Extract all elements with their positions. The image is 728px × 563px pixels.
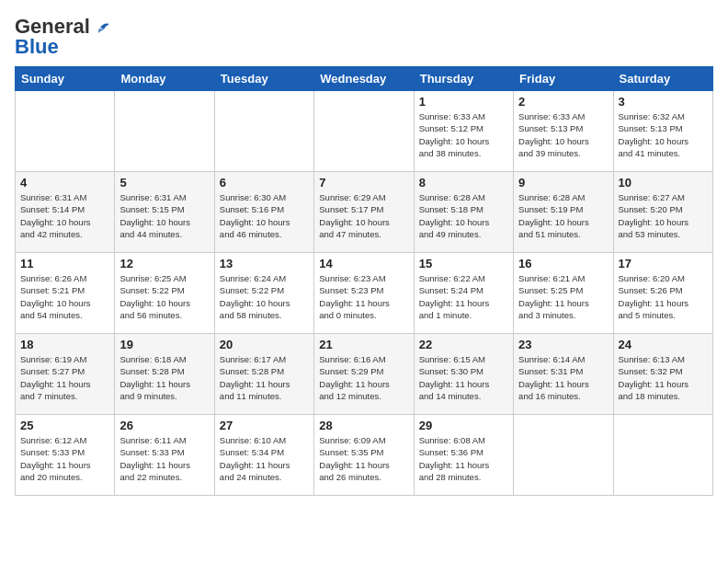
day-cell: 20Sunrise: 6:17 AM Sunset: 5:28 PM Dayli… bbox=[214, 334, 313, 415]
day-cell: 7Sunrise: 6:29 AM Sunset: 5:17 PM Daylig… bbox=[314, 172, 414, 253]
day-cell: 6Sunrise: 6:30 AM Sunset: 5:16 PM Daylig… bbox=[214, 172, 313, 253]
day-cell: 22Sunrise: 6:15 AM Sunset: 5:30 PM Dayli… bbox=[414, 334, 513, 415]
day-number: 6 bbox=[220, 176, 309, 190]
day-number: 20 bbox=[220, 338, 309, 351]
day-number: 26 bbox=[119, 419, 209, 432]
day-cell: 28Sunrise: 6:09 AM Sunset: 5:35 PM Dayli… bbox=[314, 415, 414, 496]
day-number: 23 bbox=[518, 338, 608, 351]
day-info: Sunrise: 6:08 AM Sunset: 5:36 PM Dayligh… bbox=[419, 434, 508, 483]
day-number: 10 bbox=[619, 176, 708, 190]
day-cell: 9Sunrise: 6:28 AM Sunset: 5:19 PM Daylig… bbox=[514, 172, 613, 253]
day-info: Sunrise: 6:10 AM Sunset: 5:34 PM Dayligh… bbox=[220, 434, 309, 483]
day-info: Sunrise: 6:29 AM Sunset: 5:17 PM Dayligh… bbox=[319, 191, 408, 240]
day-cell: 1Sunrise: 6:33 AM Sunset: 5:12 PM Daylig… bbox=[414, 91, 513, 172]
day-info: Sunrise: 6:13 AM Sunset: 5:32 PM Dayligh… bbox=[619, 353, 708, 402]
day-number: 13 bbox=[220, 257, 309, 270]
day-info: Sunrise: 6:27 AM Sunset: 5:20 PM Dayligh… bbox=[619, 191, 708, 240]
day-info: Sunrise: 6:11 AM Sunset: 5:33 PM Dayligh… bbox=[119, 434, 209, 483]
day-number: 1 bbox=[419, 95, 508, 109]
day-cell: 23Sunrise: 6:14 AM Sunset: 5:31 PM Dayli… bbox=[514, 334, 613, 415]
day-cell: 29Sunrise: 6:08 AM Sunset: 5:36 PM Dayli… bbox=[414, 415, 513, 496]
day-number: 16 bbox=[518, 257, 608, 270]
day-number: 17 bbox=[619, 257, 708, 270]
logo: General Blue bbox=[15, 15, 112, 59]
week-row-1: 1Sunrise: 6:33 AM Sunset: 5:12 PM Daylig… bbox=[16, 91, 713, 172]
day-info: Sunrise: 6:09 AM Sunset: 5:35 PM Dayligh… bbox=[319, 434, 408, 483]
day-cell: 27Sunrise: 6:10 AM Sunset: 5:34 PM Dayli… bbox=[214, 415, 313, 496]
day-info: Sunrise: 6:33 AM Sunset: 5:13 PM Dayligh… bbox=[518, 110, 608, 159]
week-row-5: 25Sunrise: 6:12 AM Sunset: 5:33 PM Dayli… bbox=[16, 415, 713, 496]
day-number: 28 bbox=[319, 419, 408, 432]
day-cell bbox=[16, 91, 115, 172]
day-info: Sunrise: 6:21 AM Sunset: 5:25 PM Dayligh… bbox=[518, 272, 608, 321]
day-cell: 17Sunrise: 6:20 AM Sunset: 5:26 PM Dayli… bbox=[613, 253, 712, 334]
day-number: 7 bbox=[319, 176, 408, 190]
day-number: 4 bbox=[20, 176, 109, 190]
day-number: 19 bbox=[119, 338, 209, 351]
day-cell: 10Sunrise: 6:27 AM Sunset: 5:20 PM Dayli… bbox=[613, 172, 712, 253]
column-header-thursday: Thursday bbox=[414, 67, 513, 91]
day-cell: 5Sunrise: 6:31 AM Sunset: 5:15 PM Daylig… bbox=[115, 172, 214, 253]
day-info: Sunrise: 6:19 AM Sunset: 5:27 PM Dayligh… bbox=[20, 353, 109, 402]
day-info: Sunrise: 6:26 AM Sunset: 5:21 PM Dayligh… bbox=[20, 272, 109, 321]
day-cell: 25Sunrise: 6:12 AM Sunset: 5:33 PM Dayli… bbox=[16, 415, 115, 496]
day-cell: 19Sunrise: 6:18 AM Sunset: 5:28 PM Dayli… bbox=[115, 334, 214, 415]
day-cell bbox=[314, 91, 414, 172]
day-cell bbox=[514, 415, 613, 496]
day-info: Sunrise: 6:24 AM Sunset: 5:22 PM Dayligh… bbox=[220, 272, 309, 321]
day-info: Sunrise: 6:28 AM Sunset: 5:19 PM Dayligh… bbox=[518, 191, 608, 240]
day-number: 21 bbox=[319, 338, 408, 351]
day-info: Sunrise: 6:33 AM Sunset: 5:12 PM Dayligh… bbox=[419, 110, 508, 159]
day-cell bbox=[613, 415, 712, 496]
day-cell bbox=[214, 91, 313, 172]
day-cell: 14Sunrise: 6:23 AM Sunset: 5:23 PM Dayli… bbox=[314, 253, 414, 334]
day-number: 18 bbox=[20, 338, 109, 351]
logo-bird-icon bbox=[91, 20, 111, 35]
calendar-header-row: SundayMondayTuesdayWednesdayThursdayFrid… bbox=[16, 67, 713, 91]
day-cell: 15Sunrise: 6:22 AM Sunset: 5:24 PM Dayli… bbox=[414, 253, 513, 334]
day-cell: 16Sunrise: 6:21 AM Sunset: 5:25 PM Dayli… bbox=[514, 253, 613, 334]
logo-blue-text: Blue bbox=[15, 35, 59, 59]
day-info: Sunrise: 6:31 AM Sunset: 5:14 PM Dayligh… bbox=[20, 191, 109, 240]
day-info: Sunrise: 6:32 AM Sunset: 5:13 PM Dayligh… bbox=[619, 110, 708, 159]
day-number: 8 bbox=[419, 176, 508, 190]
day-cell: 21Sunrise: 6:16 AM Sunset: 5:29 PM Dayli… bbox=[314, 334, 414, 415]
header: General Blue bbox=[15, 15, 713, 59]
day-number: 14 bbox=[319, 257, 408, 270]
day-cell: 3Sunrise: 6:32 AM Sunset: 5:13 PM Daylig… bbox=[613, 91, 712, 172]
day-info: Sunrise: 6:28 AM Sunset: 5:18 PM Dayligh… bbox=[419, 191, 508, 240]
day-info: Sunrise: 6:22 AM Sunset: 5:24 PM Dayligh… bbox=[419, 272, 508, 321]
week-row-4: 18Sunrise: 6:19 AM Sunset: 5:27 PM Dayli… bbox=[16, 334, 713, 415]
day-cell: 11Sunrise: 6:26 AM Sunset: 5:21 PM Dayli… bbox=[16, 253, 115, 334]
column-header-sunday: Sunday bbox=[16, 67, 115, 91]
day-cell: 18Sunrise: 6:19 AM Sunset: 5:27 PM Dayli… bbox=[16, 334, 115, 415]
day-info: Sunrise: 6:17 AM Sunset: 5:28 PM Dayligh… bbox=[220, 353, 309, 402]
day-cell: 12Sunrise: 6:25 AM Sunset: 5:22 PM Dayli… bbox=[115, 253, 214, 334]
day-number: 12 bbox=[119, 257, 209, 270]
day-cell: 4Sunrise: 6:31 AM Sunset: 5:14 PM Daylig… bbox=[16, 172, 115, 253]
day-cell: 26Sunrise: 6:11 AM Sunset: 5:33 PM Dayli… bbox=[115, 415, 214, 496]
day-info: Sunrise: 6:23 AM Sunset: 5:23 PM Dayligh… bbox=[319, 272, 408, 321]
week-row-2: 4Sunrise: 6:31 AM Sunset: 5:14 PM Daylig… bbox=[16, 172, 713, 253]
day-info: Sunrise: 6:15 AM Sunset: 5:30 PM Dayligh… bbox=[419, 353, 508, 402]
day-number: 9 bbox=[518, 176, 608, 190]
day-info: Sunrise: 6:31 AM Sunset: 5:15 PM Dayligh… bbox=[119, 191, 209, 240]
day-cell: 2Sunrise: 6:33 AM Sunset: 5:13 PM Daylig… bbox=[514, 91, 613, 172]
week-row-3: 11Sunrise: 6:26 AM Sunset: 5:21 PM Dayli… bbox=[16, 253, 713, 334]
day-info: Sunrise: 6:12 AM Sunset: 5:33 PM Dayligh… bbox=[20, 434, 109, 483]
day-number: 29 bbox=[419, 419, 508, 432]
day-number: 27 bbox=[220, 419, 309, 432]
day-number: 2 bbox=[518, 95, 608, 109]
day-cell: 24Sunrise: 6:13 AM Sunset: 5:32 PM Dayli… bbox=[613, 334, 712, 415]
day-info: Sunrise: 6:20 AM Sunset: 5:26 PM Dayligh… bbox=[619, 272, 708, 321]
day-info: Sunrise: 6:14 AM Sunset: 5:31 PM Dayligh… bbox=[518, 353, 608, 402]
column-header-tuesday: Tuesday bbox=[214, 67, 313, 91]
day-cell: 13Sunrise: 6:24 AM Sunset: 5:22 PM Dayli… bbox=[214, 253, 313, 334]
day-cell bbox=[115, 91, 214, 172]
day-number: 22 bbox=[419, 338, 508, 351]
day-number: 5 bbox=[119, 176, 209, 190]
day-info: Sunrise: 6:16 AM Sunset: 5:29 PM Dayligh… bbox=[319, 353, 408, 402]
day-cell: 8Sunrise: 6:28 AM Sunset: 5:18 PM Daylig… bbox=[414, 172, 513, 253]
calendar-table: SundayMondayTuesdayWednesdayThursdayFrid… bbox=[15, 66, 713, 496]
day-number: 11 bbox=[20, 257, 109, 270]
